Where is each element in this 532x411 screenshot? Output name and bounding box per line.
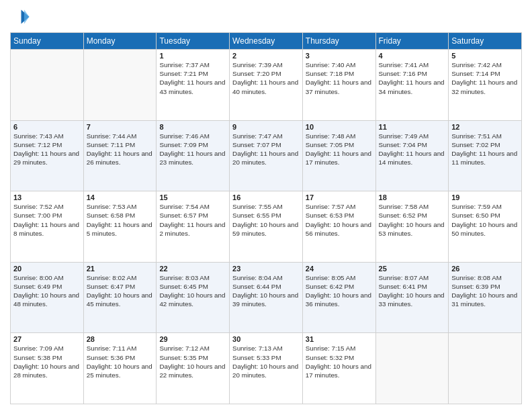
calendar-header-row: SundayMondayTuesdayWednesdayThursdayFrid… (11, 33, 522, 50)
calendar-cell (375, 333, 449, 404)
day-info: Sunrise: 7:41 AMSunset: 7:16 PMDaylight:… (379, 60, 446, 96)
day-number: 4 (379, 52, 446, 60)
day-number: 13 (13, 193, 81, 201)
day-number: 5 (451, 52, 519, 60)
day-number: 20 (13, 265, 81, 273)
day-number: 22 (159, 265, 226, 273)
calendar-cell: 3 Sunrise: 7:40 AMSunset: 7:18 PMDayligh… (302, 50, 375, 121)
day-number: 12 (451, 123, 519, 131)
calendar-cell: 31 Sunrise: 7:15 AMSunset: 5:32 PMDaylig… (302, 333, 375, 404)
logo-icon (10, 7, 30, 27)
day-info: Sunrise: 7:46 AMSunset: 7:09 PMDaylight:… (159, 132, 226, 167)
calendar-cell: 6 Sunrise: 7:43 AMSunset: 7:12 PMDayligh… (11, 120, 84, 191)
day-info: Sunrise: 7:11 AMSunset: 5:36 PMDaylight:… (87, 344, 154, 379)
day-number: 3 (306, 52, 373, 60)
calendar-cell: 28 Sunrise: 7:11 AMSunset: 5:36 PMDaylig… (83, 333, 157, 404)
calendar-cell: 23 Sunrise: 8:04 AMSunset: 6:44 PMDaylig… (230, 262, 303, 333)
day-number: 7 (87, 123, 154, 131)
day-number: 19 (451, 193, 519, 201)
calendar-cell: 22 Sunrise: 8:03 AMSunset: 6:45 PMDaylig… (157, 262, 230, 333)
day-of-week-header: Saturday (449, 33, 522, 50)
day-info: Sunrise: 7:52 AMSunset: 7:00 PMDaylight:… (13, 202, 81, 238)
page: SundayMondayTuesdayWednesdayThursdayFrid… (0, 0, 532, 411)
calendar-cell: 29 Sunrise: 7:12 AMSunset: 5:35 PMDaylig… (157, 333, 230, 404)
calendar-cell: 27 Sunrise: 7:09 AMSunset: 5:38 PMDaylig… (11, 333, 84, 404)
day-info: Sunrise: 7:09 AMSunset: 5:38 PMDaylight:… (13, 344, 81, 379)
calendar-cell: 5 Sunrise: 7:42 AMSunset: 7:14 PMDayligh… (449, 50, 522, 121)
day-number: 21 (87, 265, 154, 273)
day-info: Sunrise: 7:12 AMSunset: 5:35 PMDaylight:… (159, 344, 226, 379)
calendar-week-row: 27 Sunrise: 7:09 AMSunset: 5:38 PMDaylig… (11, 333, 522, 404)
calendar-cell (83, 50, 157, 121)
calendar-cell: 13 Sunrise: 7:52 AMSunset: 7:00 PMDaylig… (11, 191, 84, 263)
calendar-cell: 8 Sunrise: 7:46 AMSunset: 7:09 PMDayligh… (157, 120, 230, 191)
day-info: Sunrise: 8:04 AMSunset: 6:44 PMDaylight:… (232, 273, 300, 309)
calendar-cell: 4 Sunrise: 7:41 AMSunset: 7:16 PMDayligh… (375, 50, 449, 121)
day-number: 11 (379, 123, 446, 131)
day-info: Sunrise: 7:39 AMSunset: 7:20 PMDaylight:… (232, 60, 300, 96)
calendar-week-row: 13 Sunrise: 7:52 AMSunset: 7:00 PMDaylig… (11, 191, 522, 263)
day-number: 23 (232, 265, 300, 273)
day-number: 10 (306, 123, 373, 131)
calendar-cell: 7 Sunrise: 7:44 AMSunset: 7:11 PMDayligh… (83, 120, 157, 191)
calendar-cell: 20 Sunrise: 8:00 AMSunset: 6:49 PMDaylig… (11, 262, 84, 333)
day-number: 30 (232, 335, 300, 343)
day-info: Sunrise: 7:49 AMSunset: 7:04 PMDaylight:… (379, 132, 446, 167)
calendar-cell: 25 Sunrise: 8:07 AMSunset: 6:41 PMDaylig… (375, 262, 449, 333)
day-number: 9 (232, 123, 300, 131)
day-number: 24 (306, 265, 373, 273)
day-info: Sunrise: 7:44 AMSunset: 7:11 PMDaylight:… (87, 132, 154, 167)
day-info: Sunrise: 7:55 AMSunset: 6:55 PMDaylight:… (232, 202, 300, 238)
day-info: Sunrise: 8:05 AMSunset: 6:42 PMDaylight:… (306, 273, 373, 309)
day-info: Sunrise: 7:58 AMSunset: 6:52 PMDaylight:… (379, 202, 446, 238)
day-info: Sunrise: 7:53 AMSunset: 6:58 PMDaylight:… (87, 202, 154, 238)
day-info: Sunrise: 7:51 AMSunset: 7:02 PMDaylight:… (451, 132, 519, 167)
header (10, 7, 522, 27)
calendar-cell: 10 Sunrise: 7:48 AMSunset: 7:05 PMDaylig… (302, 120, 375, 191)
day-number: 27 (13, 335, 81, 343)
svg-marker-1 (24, 10, 30, 24)
day-of-week-header: Thursday (302, 33, 375, 50)
calendar-week-row: 1 Sunrise: 7:37 AMSunset: 7:21 PMDayligh… (11, 50, 522, 121)
calendar-cell: 21 Sunrise: 8:02 AMSunset: 6:47 PMDaylig… (83, 262, 157, 333)
day-info: Sunrise: 8:02 AMSunset: 6:47 PMDaylight:… (87, 273, 154, 309)
day-info: Sunrise: 7:48 AMSunset: 7:05 PMDaylight:… (306, 132, 373, 167)
day-info: Sunrise: 7:15 AMSunset: 5:32 PMDaylight:… (306, 344, 373, 379)
calendar-week-row: 6 Sunrise: 7:43 AMSunset: 7:12 PMDayligh… (11, 120, 522, 191)
calendar-cell: 12 Sunrise: 7:51 AMSunset: 7:02 PMDaylig… (449, 120, 522, 191)
calendar-cell (11, 50, 84, 121)
day-info: Sunrise: 7:59 AMSunset: 6:50 PMDaylight:… (451, 202, 519, 238)
day-info: Sunrise: 8:07 AMSunset: 6:41 PMDaylight:… (379, 273, 446, 309)
day-number: 16 (232, 193, 300, 201)
calendar-cell: 14 Sunrise: 7:53 AMSunset: 6:58 PMDaylig… (83, 191, 157, 263)
day-number: 18 (379, 193, 446, 201)
calendar-cell: 16 Sunrise: 7:55 AMSunset: 6:55 PMDaylig… (230, 191, 303, 263)
calendar-cell: 24 Sunrise: 8:05 AMSunset: 6:42 PMDaylig… (302, 262, 375, 333)
day-number: 29 (159, 335, 226, 343)
calendar-cell (449, 333, 522, 404)
calendar-cell: 2 Sunrise: 7:39 AMSunset: 7:20 PMDayligh… (230, 50, 303, 121)
day-number: 17 (306, 193, 373, 201)
day-info: Sunrise: 7:37 AMSunset: 7:21 PMDaylight:… (159, 60, 226, 96)
calendar-cell: 1 Sunrise: 7:37 AMSunset: 7:21 PMDayligh… (157, 50, 230, 121)
day-info: Sunrise: 8:00 AMSunset: 6:49 PMDaylight:… (13, 273, 81, 309)
day-info: Sunrise: 7:13 AMSunset: 5:33 PMDaylight:… (232, 344, 300, 379)
calendar-cell: 17 Sunrise: 7:57 AMSunset: 6:53 PMDaylig… (302, 191, 375, 263)
day-info: Sunrise: 7:43 AMSunset: 7:12 PMDaylight:… (13, 132, 81, 167)
calendar-cell: 26 Sunrise: 8:08 AMSunset: 6:39 PMDaylig… (449, 262, 522, 333)
day-of-week-header: Friday (375, 33, 449, 50)
day-info: Sunrise: 7:47 AMSunset: 7:07 PMDaylight:… (232, 132, 300, 167)
day-number: 6 (13, 123, 81, 131)
day-of-week-header: Sunday (11, 33, 84, 50)
calendar-cell: 30 Sunrise: 7:13 AMSunset: 5:33 PMDaylig… (230, 333, 303, 404)
day-info: Sunrise: 7:54 AMSunset: 6:57 PMDaylight:… (159, 202, 226, 238)
calendar-cell: 9 Sunrise: 7:47 AMSunset: 7:07 PMDayligh… (230, 120, 303, 191)
day-info: Sunrise: 8:03 AMSunset: 6:45 PMDaylight:… (159, 273, 226, 309)
calendar-body: 1 Sunrise: 7:37 AMSunset: 7:21 PMDayligh… (11, 50, 522, 404)
day-number: 8 (159, 123, 226, 131)
day-info: Sunrise: 7:57 AMSunset: 6:53 PMDaylight:… (306, 202, 373, 238)
calendar-cell: 11 Sunrise: 7:49 AMSunset: 7:04 PMDaylig… (375, 120, 449, 191)
day-of-week-header: Tuesday (157, 33, 230, 50)
day-number: 14 (87, 193, 154, 201)
day-of-week-header: Wednesday (230, 33, 303, 50)
